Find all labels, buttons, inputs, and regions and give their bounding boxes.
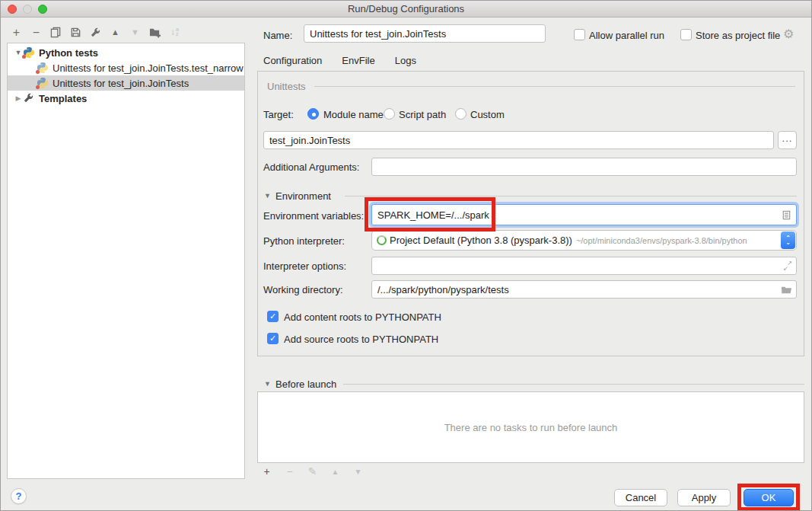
unittests-group-label: Unittests	[267, 81, 306, 92]
highlight-box-ok-button	[737, 484, 800, 511]
name-field-wrap	[304, 24, 546, 43]
target-label: Target:	[263, 109, 294, 120]
python-interpreter-select[interactable]: Project Default (Python 3.8 (pyspark-3.8…	[371, 230, 797, 251]
module-field-wrap	[263, 131, 774, 149]
name-label: Name:	[263, 30, 292, 41]
add-task-button[interactable]: +	[260, 465, 273, 478]
environment-disclosure-icon[interactable]: ▼	[264, 192, 271, 200]
before-launch-empty-text: There are no tasks to run before launch	[444, 422, 618, 433]
tree-item-python-tests[interactable]: ▼ Python tests	[8, 45, 244, 60]
conda-env-icon	[377, 235, 387, 245]
apply-button[interactable]: Apply	[677, 489, 731, 506]
allow-parallel-run-checkbox[interactable]	[574, 29, 585, 40]
chevron-down-icon: ⌄	[785, 241, 791, 245]
target-custom-radio[interactable]	[455, 108, 467, 120]
templates-wrench-icon	[23, 92, 35, 104]
window-title: Run/Debug Configurations	[1, 3, 811, 14]
move-task-up-button: ▲	[329, 465, 342, 478]
additional-arguments-label: Additional Arguments:	[263, 161, 359, 173]
configurations-toolbar: + − ▲ ▼ ↓ a z	[10, 24, 181, 40]
copy-configuration-button[interactable]	[49, 26, 62, 39]
target-module-radio[interactable]	[307, 108, 319, 120]
working-directory-input[interactable]	[372, 284, 781, 295]
tree-item-unittests-jointests[interactable]: Unittests for test_join.JoinTests	[8, 75, 244, 91]
tree-item-label: Unittests for test_join.JoinTests.test_n…	[53, 62, 244, 74]
test-marker-icon	[22, 55, 26, 59]
group-divider	[314, 86, 795, 87]
before-launch-label: Before launch	[275, 378, 336, 390]
edit-templates-button[interactable]	[89, 26, 102, 39]
help-icon: ?	[16, 490, 22, 502]
tree-item-label: Unittests for test_join.JoinTests	[53, 78, 189, 89]
check-icon: ✓	[269, 334, 276, 343]
tree-item-label: Python tests	[39, 47, 98, 59]
interpreter-options-input[interactable]	[372, 260, 783, 272]
test-marker-icon	[36, 70, 40, 74]
tree-item-unittests-test-narrow[interactable]: Unittests for test_join.JoinTests.test_n…	[8, 60, 244, 75]
allow-parallel-run-label: Allow parallel run	[589, 30, 664, 41]
python-test-icon	[37, 62, 49, 74]
folder-icon[interactable]	[781, 284, 792, 295]
before-launch-task-list: There are no tasks to run before launch	[257, 391, 804, 463]
test-marker-icon	[36, 85, 40, 89]
edit-task-button: ✎	[306, 465, 319, 478]
environment-divider	[345, 196, 797, 196]
tree-item-label: Templates	[39, 93, 87, 104]
add-content-roots-checkbox[interactable]: ✓	[267, 311, 279, 322]
move-up-button[interactable]: ▲	[109, 26, 122, 39]
ellipsis-icon: ...	[782, 133, 793, 144]
sort-letter-z: z	[176, 32, 179, 37]
help-button[interactable]: ?	[11, 488, 27, 504]
select-stepper[interactable]: ⌃ ⌄	[781, 232, 795, 249]
interpreter-value: Project Default (Python 3.8 (pyspark-3.8…	[387, 235, 572, 246]
tree-item-templates[interactable]: ▶ Templates	[8, 91, 244, 106]
tab-configuration[interactable]: Configuration	[257, 50, 328, 73]
target-custom-label: Custom	[470, 109, 505, 120]
title-bar: Run/Debug Configurations	[1, 1, 811, 18]
working-directory-label: Working directory:	[263, 284, 343, 295]
wrench-icon	[90, 27, 101, 38]
store-as-project-file-checkbox[interactable]	[680, 29, 692, 40]
tab-bar: Configuration EnvFile Logs	[257, 50, 422, 73]
disclosure-open-icon[interactable]: ▼	[14, 49, 23, 56]
add-source-roots-checkbox[interactable]: ✓	[267, 333, 279, 344]
remove-configuration-button[interactable]: −	[30, 26, 43, 39]
remove-task-button: −	[283, 465, 296, 478]
module-name-input[interactable]	[264, 135, 773, 146]
add-configuration-button[interactable]: +	[10, 26, 23, 39]
python-interpreter-label: Python interpreter:	[263, 235, 345, 247]
python-tests-icon	[23, 46, 35, 59]
before-launch-toolbar: + − ✎ ▲ ▼	[260, 465, 365, 478]
target-script-radio[interactable]	[384, 108, 395, 120]
before-launch-divider	[343, 384, 804, 385]
new-folder-button[interactable]	[148, 26, 161, 39]
target-module-label: Module name	[323, 109, 384, 120]
working-directory-field-wrap	[371, 280, 797, 299]
before-launch-disclosure-icon[interactable]: ▼	[264, 380, 271, 388]
tab-logs[interactable]: Logs	[389, 50, 422, 73]
interpreter-path: ~/opt/miniconda3/envs/pyspark-3.8/bin/py…	[572, 236, 780, 245]
copy-icon	[50, 27, 62, 38]
environment-variables-label: Environment variables:	[263, 210, 364, 222]
add-source-roots-label: Add source roots to PYTHONPATH	[284, 334, 438, 345]
environment-section-label: Environment	[275, 190, 331, 202]
check-icon: ✓	[269, 312, 276, 321]
run-debug-configurations-dialog: Run/Debug Configurations + − ▲ ▼	[0, 0, 812, 511]
gear-icon[interactable]: ⚙	[783, 27, 794, 41]
target-script-label: Script path	[399, 109, 446, 120]
new-folder-icon	[149, 27, 161, 38]
move-task-down-button: ▼	[352, 465, 365, 478]
sort-arrow-icon: ↓	[170, 26, 175, 39]
additional-arguments-input[interactable]	[372, 161, 796, 173]
save-configuration-button[interactable]	[69, 26, 82, 39]
save-icon	[70, 27, 81, 38]
browse-module-button[interactable]: ...	[778, 131, 797, 149]
disclosure-closed-icon[interactable]: ▶	[14, 94, 23, 102]
sort-configurations-button: ↓ a z	[168, 26, 181, 39]
browse-variables-icon[interactable]	[781, 209, 792, 221]
interpreter-options-field-wrap: ↗ ↙	[371, 257, 797, 275]
name-input[interactable]	[304, 28, 545, 40]
expand-field-icon[interactable]: ↗ ↙	[783, 261, 792, 270]
cancel-button[interactable]: Cancel	[614, 489, 667, 506]
tab-envfile[interactable]: EnvFile	[336, 50, 381, 73]
